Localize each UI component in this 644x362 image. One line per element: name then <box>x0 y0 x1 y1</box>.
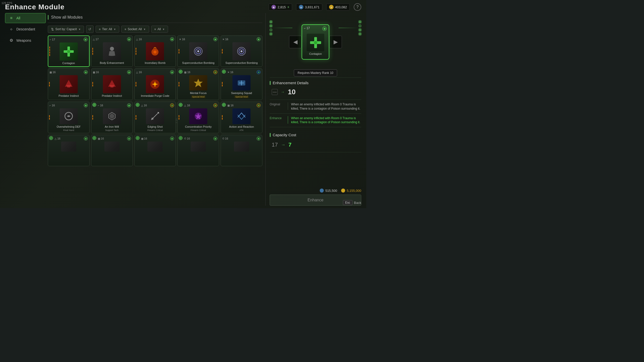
rank-value-r41: 16 <box>57 137 60 140</box>
module-icon-svg-6 <box>106 78 118 90</box>
module-name-0: Contagion <box>62 62 75 65</box>
equip-icon-0: ◆ <box>84 37 88 41</box>
dot-7-2 <box>136 84 136 86</box>
module-name-13: Concentration Priority <box>185 125 212 128</box>
equip-icon-4: ◆ <box>257 37 261 41</box>
dot-9-1 <box>222 82 223 84</box>
dot-5-2 <box>49 84 50 86</box>
capacity-dots-9 <box>222 82 223 86</box>
card-header-3: ✕ 16 ◆ <box>179 37 217 41</box>
nav-prev-button[interactable]: ◀ <box>289 36 302 48</box>
dot-13-2 <box>179 118 179 120</box>
module-card-mental[interactable]: ✓ ▦ 16 ⊕ <box>177 68 219 100</box>
rank-2: △ 16 <box>136 38 142 41</box>
module-image-0 <box>60 42 78 61</box>
module-card-incendiary[interactable]: △ 16 ◆ <box>134 35 176 67</box>
all-filter-button[interactable]: ≡ All ▼ <box>151 26 168 33</box>
dot-0-4 <box>49 54 50 56</box>
refresh-button[interactable]: ↺ <box>86 25 94 33</box>
resource-gold: ● 403,082 <box>326 4 350 11</box>
svg-point-2 <box>67 50 70 53</box>
module-image-1 <box>103 42 121 60</box>
circuit-node-r4 <box>359 33 361 35</box>
rank-value-11: 16 <box>100 104 103 107</box>
module-card-super1[interactable]: ✕ 16 ◆ <box>177 35 219 67</box>
module-icon-svg-10 <box>62 110 75 122</box>
display-module-svg <box>309 36 323 50</box>
display-equip-icon: ◆ <box>322 26 327 31</box>
svg-point-3 <box>110 47 114 51</box>
module-card-row4-2[interactable]: ✓ ▦ 16 ◆ <box>91 135 133 166</box>
module-image-6 <box>103 75 121 93</box>
capacity-title: Capacity Cost <box>270 133 361 137</box>
equip-icon-7: ◆ <box>170 70 174 74</box>
module-card-super2[interactable]: ✕ 16 ◆ <box>221 35 262 67</box>
capacity-section: Capacity Cost 17 → 7 <box>270 130 361 152</box>
card-header-r41: △ 16 ◆ <box>50 137 88 141</box>
module-card-row4-3[interactable]: ✓ ▦ 16 ◆ <box>134 135 176 166</box>
rank-value-3: 16 <box>182 38 185 41</box>
module-tag-10: Final Hand <box>63 129 74 131</box>
module-card-concentration[interactable]: ✓ △ 16 ⊕ <box>177 102 219 133</box>
sort-button[interactable]: ⇅ Sort by: Capacit ▼ <box>48 26 84 33</box>
purple-resource-plus[interactable]: + <box>287 5 289 9</box>
module-card-body[interactable]: △ 17 ◆ <box>91 35 133 67</box>
module-card-row4-4[interactable]: ✓ © 16 ◆ <box>177 135 219 166</box>
tier-button[interactable]: ≡ Tier: All ▼ <box>96 26 119 33</box>
tier-chevron: ▼ <box>113 28 116 31</box>
nav-next-button[interactable]: ▶ <box>329 36 342 48</box>
sidebar-label-descendant: Descendant <box>16 27 35 31</box>
svg-point-19 <box>151 118 153 120</box>
module-name-2: Incendiary Bomb <box>145 61 166 65</box>
module-card-iron[interactable]: ✓ ⌐ 16 ◆ <box>91 102 133 133</box>
socket-button[interactable]: ≡ Socket: All ▼ <box>121 26 149 33</box>
capacity-dots-8 <box>179 82 179 86</box>
module-display: ◀ ⌐ 17 ◆ Contagion <box>270 13 361 68</box>
rank-value-r45: 16 <box>225 137 228 140</box>
module-name-12: Edging Shot <box>148 125 163 128</box>
module-card-edging[interactable]: ✓ △ 16 ⊕ <box>134 102 176 133</box>
selected-module-display: ⌐ 17 ◆ Contagion <box>302 24 329 60</box>
dot-8-1 <box>179 82 179 84</box>
module-card-row4-1[interactable]: ✓ △ 16 ◆ <box>48 135 90 166</box>
equip-icon-10: ◆ <box>84 103 88 107</box>
help-button[interactable]: ? <box>354 3 361 11</box>
level-decrease-button[interactable]: — <box>272 89 278 95</box>
module-icon-svg-3 <box>192 45 205 58</box>
sidebar-item-weapons[interactable]: ⚙ Weapons <box>5 35 46 46</box>
module-card-predator1[interactable]: ▦ 16 ◆ Predato <box>48 68 90 100</box>
module-card-purge[interactable]: △ 16 ◆ <box>134 68 176 100</box>
module-card-row4-5[interactable]: © 16 ◆ <box>221 135 262 166</box>
capacity-dots-4 <box>222 49 223 54</box>
weapons-icon: ⚙ <box>9 38 14 43</box>
sidebar-item-all[interactable]: ≡ All <box>5 13 46 23</box>
esc-back: Esc Back <box>343 200 361 205</box>
sidebar-item-descendant[interactable]: ⟐ Descendant <box>5 24 46 34</box>
module-card-overwhelming[interactable]: ⌐ 16 ◆ Overwhe <box>48 102 90 133</box>
circuit-nodes-left <box>270 21 272 35</box>
card-header-8: ▦ 16 ⊕ <box>179 70 217 74</box>
module-card-contagion[interactable]: ⌐ 17 ◆ <box>48 35 90 67</box>
all-icon: ≡ <box>9 16 14 20</box>
capacity-dots-7 <box>136 82 136 86</box>
cost-gold-value: 5,155,000 <box>347 189 361 193</box>
rank-value-14: 16 <box>230 104 233 107</box>
module-name-8: Mental Focus <box>190 92 207 95</box>
dot-1-1 <box>92 48 93 50</box>
resource-blue: ◈ 3,831,671 <box>296 4 322 11</box>
module-tag-8: Special Mod <box>191 95 206 98</box>
check-badge-r41: ✓ <box>49 136 53 140</box>
display-module-name: Contagion <box>309 52 322 55</box>
equip-icon-12: ⊕ <box>170 103 174 107</box>
module-card-sweep[interactable]: ✓ ✕ 16 ⊕ <box>221 68 262 100</box>
esc-key[interactable]: Esc <box>343 200 352 205</box>
body-layout: ≡ All ⟐ Descendant ⚙ Weapons Show all Mo… <box>0 13 366 208</box>
rank-10: ⌐ 16 <box>50 104 55 107</box>
module-card-predator2[interactable]: ▦ 16 ◆ Predato <box>91 68 133 100</box>
equip-icon-r43: ◆ <box>170 137 174 141</box>
module-name-10: Overwhelming DEF <box>57 125 80 128</box>
capacity-dots-1 <box>92 48 93 55</box>
module-card-action[interactable]: ✓ ▦ 16 ⊕ <box>221 102 262 133</box>
circuit-nodes-right <box>359 21 361 35</box>
purple-resource-icon: ◆ <box>271 5 276 9</box>
